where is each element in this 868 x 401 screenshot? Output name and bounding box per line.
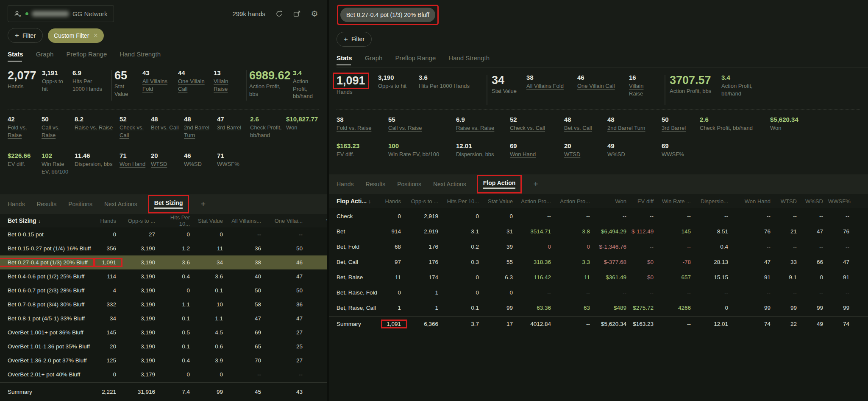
column-header-wwsf[interactable]: WWSF% [828,198,854,205]
table-tab-hands[interactable]: Hands [8,197,25,211]
table-row[interactable]: Bet 0.7-0.8 pot (3/4) 30% Bluff3323,1901… [0,297,327,311]
column-header-flop-acti[interactable]: Flop Acti...↓ [329,198,382,205]
column-header-w-sd[interactable]: W%SD [802,198,828,205]
table-tab-results[interactable]: Results [365,177,385,191]
cell: 76 [828,228,854,235]
add-filter-button[interactable]: + Filter [8,28,43,43]
tab-stats[interactable]: Stats [8,50,23,62]
column-header-action-pro[interactable]: Action Pro... [556,198,595,205]
column-header-ev-diff[interactable]: EV diff [632,198,659,205]
tab-stats[interactable]: Stats [337,53,352,65]
column-header-stat-value[interactable]: Stat Value [195,218,228,224]
column-header-wtsd[interactable]: WTSD [776,198,802,205]
column-header-opp-s-to[interactable]: Opp-s to ... [121,218,160,224]
stat-label[interactable]: WTSD [151,160,181,168]
tab-preflop-range[interactable]: Preflop Range [395,53,436,62]
column-header-action-pro[interactable]: Action Pro... [518,198,556,205]
stat-label[interactable]: Raise vs. Raise [75,124,116,132]
stat-label[interactable]: 2nd Barrel Turn [607,124,658,132]
stat-label[interactable]: Won Hand [120,160,147,168]
tab-hand-strength[interactable]: Hand Strength [120,50,161,58]
column-header-villain[interactable]: Villain [308,218,327,224]
column-header-hands[interactable]: Hands [94,218,121,224]
stat-label[interactable]: One Villain Call [178,78,208,93]
table-row[interactable]: OverBet 2.01+ pot 40% Bluff03,17900---- [0,367,327,381]
stat-label[interactable]: Check vs. Call [510,124,561,132]
column-header-opp-s-to[interactable]: Opp-s to ... [406,198,443,205]
column-header-bet-sizing[interactable]: Bet Sizing↓ [0,217,94,224]
stat-label[interactable]: All Villains Fold [142,78,172,93]
stat-label[interactable]: Call vs. Raise [42,124,71,139]
table-tab-bet-sizing[interactable]: Bet Sizing [149,196,188,212]
stat-label[interactable]: One Villain Call [577,82,621,90]
table-row[interactable]: Bet, Raise, Fold0100-------------------- [329,285,868,300]
table-tab-positions[interactable]: Positions [397,177,421,191]
column-header-hands[interactable]: Hands [382,198,406,205]
table-tab-next-actions[interactable]: Next Actions [104,197,137,211]
stat-label[interactable]: WTSD [564,151,604,158]
column-header-won-hand[interactable]: Won Hand [733,198,776,205]
table-row[interactable]: Bet 0.27-0.4 pot (1/3) 20% Bluff1,0913,1… [0,255,327,269]
stat-label[interactable]: Call vs. Raise [388,124,453,132]
tab-hand-strength[interactable]: Hand Strength [448,53,490,62]
add-tab-button[interactable]: + [533,179,538,189]
custom-filter-chip[interactable]: Custom Filter ✕ [48,28,104,43]
table-row[interactable]: Bet, Raise, Call110.19963.3663$489$275.7… [329,300,868,315]
column-header-one-villai[interactable]: One Villai... [266,218,308,224]
column-header-dispersio[interactable]: Dispersio... [696,198,733,205]
tab-graph[interactable]: Graph [365,53,383,62]
column-header-won[interactable]: Won [595,198,632,205]
table-row[interactable]: OverBet 1.001+ pot 36% Bluff1453,1900.54… [0,325,327,339]
table-row[interactable]: Bet, Fold681760.23900$-1,346.76----0.4--… [329,239,868,254]
selection-chip[interactable]: Bet 0.27-0.4 pot (1/3) 20% Bluff [340,8,435,22]
table-row[interactable]: Bet, Call971760.355318.363.3$-377.68$0-7… [329,254,868,269]
stat-label[interactable]: 3rd Barrel [662,124,696,132]
table-row[interactable]: Bet 0-0.15 pot02700---- [0,227,327,241]
tab-preflop-range[interactable]: Preflop Range [66,50,107,58]
stat-label[interactable]: Check vs. Call [120,124,147,139]
stat-label[interactable]: Bet vs. Call [151,124,181,132]
column-header-hits-per-10[interactable]: Hits Per 10... [443,198,484,205]
column-header-stat-value[interactable]: Stat Value [484,198,518,205]
remove-filter-icon[interactable]: ✕ [93,32,98,39]
open-panel-icon[interactable] [292,9,301,18]
column-header-win-rate[interactable]: Win Rate ... [659,198,696,205]
row-label: Bet 0.8-1 pot (4/5-1) 33% Bluff [0,315,94,322]
table-row[interactable]: Bet9142,9193.1313514.713.8$6,494.29$-112… [329,224,868,239]
table-row[interactable]: Bet, Raise1117406.3116.4211$361.49$06571… [329,269,868,285]
table-tab-results[interactable]: Results [36,197,56,211]
table-row[interactable]: OverBet 1.36-2.0 pot 37% Bluff1253,1900.… [0,353,327,367]
table-row[interactable]: Bet 0.6-0.7 pot (2/3) 28% Bluff43,19000.… [0,283,327,297]
table-row[interactable]: OverBet 1.01-1.36 pot 35% Bluff203,1900.… [0,339,327,353]
stat-value: 55 [388,116,453,123]
table-tab-hands[interactable]: Hands [337,177,353,191]
stats-section-right: 1,091Hands3,190Opp-s to hit3.6Hits Per 1… [329,68,868,168]
stat-label[interactable]: 2nd Barrel Turn [184,124,214,139]
table-row[interactable]: Check02,91900-------------------- [329,208,868,224]
add-filter-button-right[interactable]: + Filter [337,32,372,47]
stat-label: Opp-s to hit [42,78,67,93]
table-row[interactable]: Bet 0.15-0.27 pot (1/4) 16% Bluff3563,19… [0,241,327,255]
refresh-icon[interactable] [275,9,283,18]
add-tab-button[interactable]: + [200,199,206,209]
table-tab-next-actions[interactable]: Next Actions [433,177,466,191]
tab-graph[interactable]: Graph [36,50,54,58]
cell: 3.9 [195,357,228,364]
stat-label[interactable]: Bet vs. Call [564,124,604,132]
player-badge[interactable]: # GG Network [8,5,114,22]
column-header-all-villains[interactable]: All Villains... [228,218,266,224]
stat-label[interactable]: Won Hand [510,151,561,158]
table-tab-positions[interactable]: Positions [68,197,92,211]
stat-label[interactable]: Fold vs. Raise [337,124,385,132]
stat-label[interactable]: Villain Raise [214,78,240,93]
table-row[interactable]: Bet 0.8-1 pot (4/5-1) 33% Bluff343,1900.… [0,311,327,325]
stat-label[interactable]: Raise vs. Raise [456,124,506,132]
settings-gear-icon[interactable]: ⚙ [310,9,319,18]
table-tab-flop-action[interactable]: Flop Action [478,176,520,192]
table-row[interactable]: Bet 0.4-0.6 pot (1/2) 25% Bluff1143,1900… [0,269,327,283]
stat-label[interactable]: Villain Raise [629,82,657,97]
stat-label[interactable]: 3rd Barrel [217,124,247,132]
stat-label[interactable]: Fold vs. Raise [8,124,38,139]
stat-label[interactable]: All Villains Fold [526,82,570,90]
column-header-hits-per-10[interactable]: Hits Per 10... [160,214,195,227]
